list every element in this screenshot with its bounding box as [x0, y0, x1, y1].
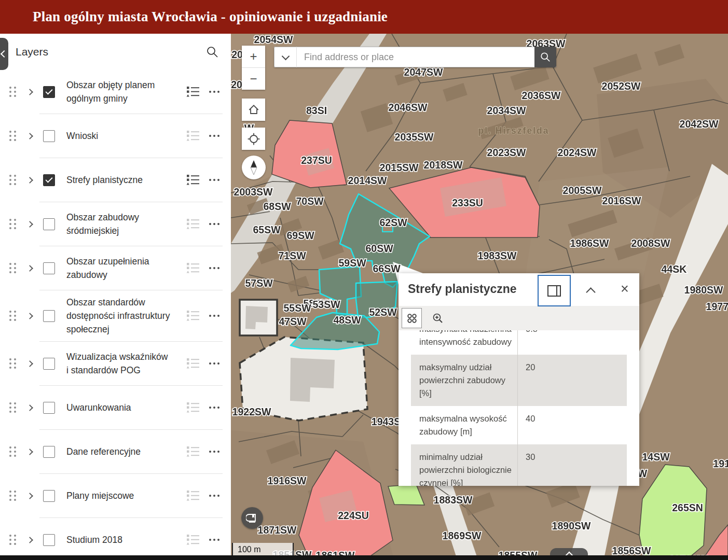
- zone-label: 20: [231, 79, 242, 90]
- zone-label: 2023SW: [487, 147, 526, 158]
- search-submit-button[interactable]: [534, 47, 556, 67]
- attribute-row: maksymalny udział powierzchni zabudowy […: [411, 355, 627, 406]
- expand-chevron-icon[interactable]: [26, 88, 34, 95]
- layer-options-button[interactable]: [209, 539, 219, 541]
- layer-label: Plany miejscowe: [66, 489, 171, 502]
- panel-collapse-button[interactable]: [0, 38, 8, 70]
- legend-icon[interactable]: [186, 130, 200, 142]
- search-source-dropdown[interactable]: [274, 47, 297, 67]
- drag-handle-icon[interactable]: [9, 131, 16, 141]
- expand-chevron-icon[interactable]: [26, 448, 34, 455]
- popup-header: Strefy planistyczne ×: [399, 273, 639, 306]
- legend-icon[interactable]: [186, 174, 200, 186]
- layer-row: Dane referencyjne: [0, 430, 231, 473]
- zone-label: 2024SW: [558, 147, 597, 158]
- dock-button[interactable]: [538, 275, 571, 306]
- popup-close-button[interactable]: ×: [615, 279, 634, 298]
- layer-visibility-checkbox[interactable]: [43, 262, 55, 274]
- expand-chevron-icon[interactable]: [26, 404, 34, 411]
- legend-icon[interactable]: [186, 445, 200, 458]
- layer-options-button[interactable]: [209, 267, 219, 269]
- expand-chevron-icon[interactable]: [26, 132, 34, 139]
- map-view[interactable]: 2054SW2063SW202047SW2052SW20W2036SW2046S…: [231, 34, 728, 560]
- legend-icon[interactable]: [186, 489, 200, 502]
- legend-icon[interactable]: [186, 310, 200, 322]
- drag-handle-icon[interactable]: [9, 402, 16, 413]
- layer-visibility-checkbox[interactable]: [43, 310, 55, 322]
- popup-attribute-table[interactable]: maksymalna nadziemna intensywność zabudo…: [399, 330, 639, 486]
- legend-icon[interactable]: [186, 218, 200, 230]
- layer-options-button[interactable]: [209, 495, 219, 497]
- zone-label: 59SW: [338, 257, 366, 269]
- zone-label: 1943S: [372, 416, 401, 427]
- layer-visibility-checkbox[interactable]: [43, 534, 55, 546]
- search-icon[interactable]: [206, 46, 218, 58]
- expand-chevron-icon[interactable]: [26, 360, 34, 367]
- layer-label: Strefy planistyczne: [66, 173, 171, 187]
- zoom-to-feature-button[interactable]: [428, 309, 447, 328]
- layers-panel: Layers Obszar objęty planem ogólnym gmin…: [0, 34, 231, 556]
- zoom-in-button[interactable]: +: [242, 46, 265, 67]
- expand-chevron-icon[interactable]: [26, 312, 34, 319]
- layer-options-button[interactable]: [209, 362, 219, 365]
- page-title: Plan ogólny miasta Wrocławia - opiniowan…: [33, 9, 388, 25]
- drag-handle-icon[interactable]: [9, 535, 16, 545]
- layer-row: Obszar objęty planem ogólnym gminy: [0, 70, 231, 114]
- layer-visibility-checkbox[interactable]: [43, 358, 55, 370]
- drag-handle-icon[interactable]: [9, 87, 16, 97]
- zone-label: 2015SW: [380, 162, 419, 173]
- home-button[interactable]: [242, 99, 265, 121]
- legend-icon[interactable]: [186, 401, 200, 414]
- zone-label: 14SW: [642, 451, 670, 463]
- drag-handle-icon[interactable]: [9, 263, 16, 273]
- bookmarks-button[interactable]: [241, 507, 263, 529]
- layer-visibility-checkbox[interactable]: [43, 86, 55, 98]
- layer-visibility-checkbox[interactable]: [43, 218, 55, 230]
- layer-options-button[interactable]: [209, 407, 219, 409]
- layer-visibility-checkbox[interactable]: [43, 490, 55, 502]
- expand-chevron-icon[interactable]: [26, 220, 34, 228]
- zone-label: 48SW: [333, 314, 361, 326]
- attribute-label: maksymalna wysokość zabudowy [m]: [411, 406, 517, 444]
- layer-options-button[interactable]: [209, 91, 219, 93]
- zone-label: 1916SW: [268, 475, 307, 486]
- zoom-out-button[interactable]: −: [242, 67, 265, 90]
- layer-label: Dane referencyjne: [66, 445, 171, 458]
- layer-label: Wizualizacja wskaźników i standardów POG: [66, 350, 171, 377]
- expand-chevron-icon[interactable]: [26, 536, 34, 543]
- layer-options-button[interactable]: [209, 135, 219, 137]
- search-input[interactable]: [297, 47, 534, 67]
- zone-label: 1871SW: [258, 524, 297, 536]
- popup-collapse-button[interactable]: [581, 281, 600, 299]
- drag-handle-icon[interactable]: [9, 491, 16, 501]
- layer-options-button[interactable]: [209, 179, 219, 181]
- drag-handle-icon[interactable]: [9, 175, 16, 185]
- drag-handle-icon[interactable]: [9, 219, 16, 229]
- layer-options-button[interactable]: [209, 315, 219, 317]
- legend-icon[interactable]: [186, 86, 200, 98]
- layer-visibility-checkbox[interactable]: [43, 402, 55, 414]
- layer-options-button[interactable]: [209, 223, 219, 225]
- zone-label: 68SW: [263, 201, 291, 212]
- legend-icon[interactable]: [186, 357, 200, 370]
- legend-icon[interactable]: [186, 534, 200, 546]
- layer-visibility-checkbox[interactable]: [43, 130, 55, 142]
- attribute-value: 0.8: [517, 330, 627, 355]
- locate-button[interactable]: [242, 128, 265, 150]
- layer-visibility-checkbox[interactable]: [43, 446, 55, 458]
- drag-handle-icon[interactable]: [9, 358, 16, 369]
- layer-label: Wnioski: [66, 129, 171, 143]
- popup-toolbar: [399, 306, 639, 330]
- fields-view-button[interactable]: [402, 308, 422, 328]
- layer-visibility-checkbox[interactable]: [43, 174, 55, 186]
- layer-options-button[interactable]: [209, 451, 219, 453]
- expand-chevron-icon[interactable]: [26, 264, 34, 272]
- drag-handle-icon[interactable]: [9, 311, 16, 321]
- legend-icon[interactable]: [186, 262, 200, 274]
- expand-chevron-icon[interactable]: [26, 176, 34, 184]
- expand-chevron-icon[interactable]: [26, 492, 34, 499]
- compass-button[interactable]: [242, 156, 266, 179]
- zone-label: 2016SW: [602, 195, 641, 206]
- drag-handle-icon[interactable]: [9, 446, 16, 457]
- zone-label: 2003SW: [234, 186, 273, 198]
